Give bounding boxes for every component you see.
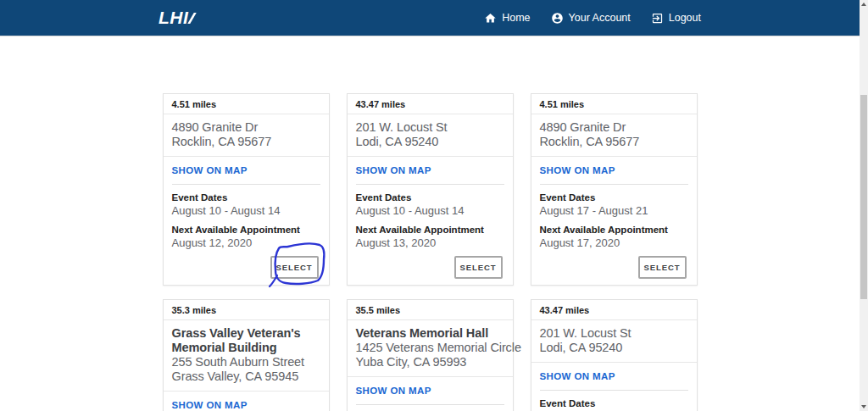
select-button[interactable]: SELECT bbox=[270, 256, 319, 279]
scrollbar-up-button[interactable] bbox=[860, 0, 868, 8]
event-dates-value: August 10 - August 14 bbox=[356, 204, 504, 218]
event-dates-value: August 10 - August 14 bbox=[172, 204, 320, 218]
address-line: Lodi, CA 95240 bbox=[356, 135, 504, 149]
address-line: 201 W. Locust St bbox=[356, 120, 504, 135]
header-inner: LHI Home Your Account Logout bbox=[159, 0, 701, 36]
address-line: Rocklin, CA 95677 bbox=[540, 135, 688, 149]
location-card: 4.51 miles 4890 Granite Dr Rocklin, CA 9… bbox=[531, 93, 698, 286]
scroll-up-icon bbox=[861, 3, 866, 6]
nav-home-label: Home bbox=[502, 12, 530, 24]
details-block: Event Dates August 17 - August 21 Next A… bbox=[531, 185, 697, 256]
next-available-label: Next Available Appointment bbox=[540, 224, 688, 236]
distance-label: 4.51 miles bbox=[531, 94, 697, 114]
location-card: 35.5 miles Veterans Memorial Hall 1425 V… bbox=[347, 299, 514, 411]
address-block: 201 W. Locust St Lodi, CA 95240 bbox=[531, 320, 697, 363]
show-on-map-link[interactable]: SHOW ON MAP bbox=[531, 157, 697, 184]
location-card: 43.47 miles 201 W. Locust St Lodi, CA 95… bbox=[531, 299, 698, 411]
top-navigation: Home Your Account Logout bbox=[484, 12, 701, 25]
address-line: 4890 Granite Dr bbox=[172, 120, 320, 135]
next-available-label: Next Available Appointment bbox=[172, 224, 320, 236]
home-icon bbox=[484, 12, 497, 25]
address-block: 4890 Granite Dr Rocklin, CA 95677 bbox=[531, 114, 697, 157]
next-available-label: Next Available Appointment bbox=[356, 224, 504, 236]
address-block: 201 W. Locust St Lodi, CA 95240 bbox=[348, 114, 513, 157]
address-block: 4890 Granite Dr Rocklin, CA 95677 bbox=[164, 114, 329, 157]
location-results-grid: 4.51 miles 4890 Granite Dr Rocklin, CA 9… bbox=[163, 93, 698, 411]
page: LHI Home Your Account Logout bbox=[0, 0, 860, 411]
location-card: 43.47 miles 201 W. Locust St Lodi, CA 95… bbox=[347, 93, 514, 286]
venue-name: Veterans Memorial Hall bbox=[356, 326, 504, 341]
scrollbar-thumb[interactable] bbox=[860, 95, 867, 299]
event-dates-label: Event Dates bbox=[172, 192, 320, 204]
logout-icon bbox=[651, 12, 664, 25]
details-block: Event Dates August 10 - August 14 Next A… bbox=[164, 185, 329, 256]
address-line: Rocklin, CA 95677 bbox=[172, 135, 320, 149]
next-available-value: August 13, 2020 bbox=[356, 236, 504, 250]
show-on-map-link[interactable]: SHOW ON MAP bbox=[531, 363, 697, 390]
event-dates-label: Event Dates bbox=[356, 192, 504, 204]
nav-your-account-label: Your Account bbox=[569, 12, 631, 24]
address-line: Lodi, CA 95240 bbox=[540, 341, 688, 355]
nav-your-account[interactable]: Your Account bbox=[551, 12, 631, 25]
card-actions: SELECT bbox=[531, 256, 697, 291]
card-actions: SELECT bbox=[164, 256, 329, 291]
card-actions: SELECT bbox=[348, 256, 513, 291]
distance-label: 43.47 miles bbox=[348, 94, 513, 114]
vertical-scrollbar[interactable] bbox=[860, 0, 868, 411]
distance-label: 35.5 miles bbox=[348, 300, 513, 320]
select-button[interactable]: SELECT bbox=[638, 256, 687, 279]
show-on-map-link[interactable]: SHOW ON MAP bbox=[164, 392, 329, 411]
location-card: 4.51 miles 4890 Granite Dr Rocklin, CA 9… bbox=[163, 93, 330, 286]
show-on-map-link[interactable]: SHOW ON MAP bbox=[164, 157, 329, 184]
address-block: Grass Valley Veteran's Memorial Building… bbox=[164, 320, 329, 392]
next-available-value: August 12, 2020 bbox=[172, 236, 320, 250]
brand-logo[interactable]: LHI bbox=[159, 8, 193, 28]
address-block: Veterans Memorial Hall 1425 Veterans Mem… bbox=[348, 320, 513, 377]
select-button[interactable]: SELECT bbox=[454, 256, 503, 279]
address-line: 4890 Granite Dr bbox=[540, 120, 688, 135]
venue-name: Grass Valley Veteran's Memorial Building bbox=[172, 326, 320, 355]
address-line: Grass Valley, CA 95945 bbox=[172, 369, 320, 384]
show-on-map-link[interactable]: SHOW ON MAP bbox=[348, 377, 513, 404]
event-dates-label: Event Dates bbox=[540, 397, 688, 410]
scrollbar-down-button[interactable] bbox=[860, 403, 868, 411]
distance-label: 35.3 miles bbox=[164, 300, 329, 320]
event-dates-value: August 17 - August 21 bbox=[540, 204, 688, 218]
details-block: Event Dates August 17 - August 21 bbox=[531, 391, 697, 411]
scroll-down-icon bbox=[861, 405, 866, 408]
show-on-map-link[interactable]: SHOW ON MAP bbox=[348, 157, 513, 184]
address-line: 1425 Veterans Memorial Circle bbox=[356, 341, 504, 355]
next-available-value: August 17, 2020 bbox=[540, 236, 688, 250]
app-header: LHI Home Your Account Logout bbox=[0, 0, 860, 36]
details-block: Event Dates August 10 - August 14 Next A… bbox=[348, 185, 513, 256]
address-line: 201 W. Locust St bbox=[540, 326, 688, 341]
nav-logout-label: Logout bbox=[669, 12, 701, 24]
nav-logout[interactable]: Logout bbox=[651, 12, 701, 25]
event-dates-label: Event Dates bbox=[540, 192, 688, 204]
address-line: 255 South Auburn Street bbox=[172, 355, 320, 369]
details-block: Event Dates bbox=[348, 405, 513, 411]
distance-label: 4.51 miles bbox=[164, 94, 329, 114]
logo-stripe-decoration bbox=[188, 13, 198, 24]
nav-home[interactable]: Home bbox=[484, 12, 530, 25]
address-line: Yuba City, CA 95993 bbox=[356, 355, 504, 369]
brand-logo-text: LHI bbox=[159, 8, 188, 28]
distance-label: 43.47 miles bbox=[531, 300, 697, 320]
account-icon bbox=[551, 12, 564, 25]
location-card: 35.3 miles Grass Valley Veteran's Memori… bbox=[163, 299, 330, 411]
